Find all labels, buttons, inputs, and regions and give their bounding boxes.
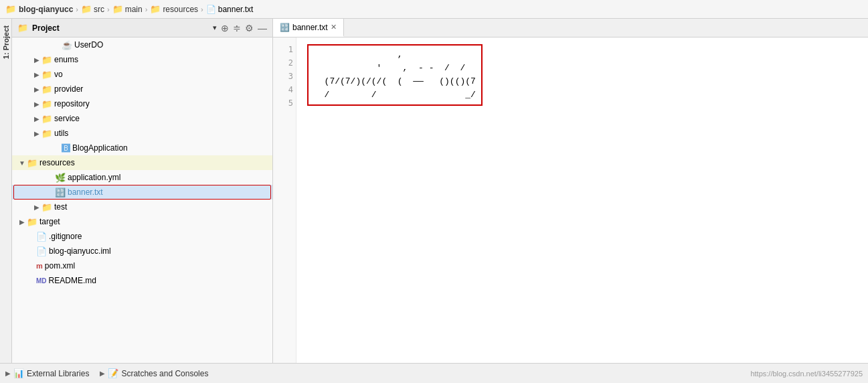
main-container: 1: Project 📁 Project ▾ ⊕ ≑ ⚙ — ☕ UserDO [0,19,868,363]
url-text: https://blog.csdn.net/li3455277925 [750,370,863,378]
label-blogiml: blog-qianyucc.iml [49,246,111,256]
md-icon: MD [36,277,47,285]
external-libraries-label: External Libraries [27,369,89,378]
line-num-3: 3 [276,70,293,83]
project-tab-label[interactable]: 1: Project [1,21,11,63]
bar-chart-icon: 📊 [13,368,24,378]
git-icon: 📄 [36,232,47,242]
breadcrumb-sep-2: › [107,5,110,13]
code-area[interactable]: , ' , - - / / (7/(7/)(/(/( ( —— ()(()(7 … [296,37,868,363]
editor-content: 1 2 3 4 5 , ' , - - / / (7/(7/)(/(/( ( —… [273,37,868,363]
code-line-1: , [314,48,476,62]
tab-close-button[interactable]: ✕ [331,23,337,31]
breadcrumb-project[interactable]: blog-qianyucc [19,5,73,14]
tree-item-appyml[interactable]: 🌿 application.yml [12,170,272,185]
code-line-5 [307,107,868,121]
external-libraries-arrow: ▶ [5,370,11,377]
arrow-repository: ▶ [32,100,41,108]
tree-item-blogapp[interactable]: 🅱 BlogApplication [12,141,272,155]
label-resources-tree: resources [39,158,75,167]
folder-icon-resources: 📁 [150,4,161,14]
folder-icon-test: 📁 [41,202,52,212]
folder-icon-utils: 📁 [41,129,52,139]
breadcrumb-resources-label: resources [163,5,198,14]
tree-item-blogiml[interactable]: 📄 blog-qianyucc.iml [12,244,272,258]
breadcrumb-main-label: main [125,5,143,14]
tree-item-vo[interactable]: ▶ 📁 vo [12,67,272,82]
line-num-5: 5 [276,96,293,110]
url-label: https://blog.csdn.net/li3455277925 [750,370,863,378]
tree-item-readme[interactable]: MD README.md [12,273,272,288]
label-utils: utils [54,129,68,138]
settings-icon[interactable]: ⚙ [245,23,254,33]
line-num-2: 2 [276,56,293,70]
tab-file-icon: 🔡 [280,23,290,32]
line-num-4: 4 [276,83,293,96]
label-test: test [54,202,67,212]
bottom-bar: ▶ 📊 External Libraries ▶ 📝 Scratches and… [0,363,868,383]
arrow-utils: ▶ [32,130,41,137]
close-panel-icon[interactable]: — [258,23,267,33]
folder-icon-enums: 📁 [41,55,52,65]
tree-item-bannertxt[interactable]: 🔡 banner.txt [12,185,272,200]
panel-folder-icon: 📁 [17,23,28,33]
tree-item-target[interactable]: ▶ 📁 target [12,214,272,229]
editor-tabs: 🔡 banner.txt ✕ [273,19,868,37]
tree-item-service[interactable]: ▶ 📁 service [12,111,272,126]
label-vo: vo [54,70,63,79]
code-line-2: ' , - - / / [314,62,476,75]
breadcrumb-main[interactable]: 📁 main [112,4,143,14]
tree-item-repository[interactable]: ▶ 📁 repository [12,96,272,111]
tree-item-gitignore[interactable]: 📄 .gitignore [12,229,272,244]
tree-item-resources[interactable]: ▼ 📁 resources [12,155,272,170]
title-bar: 📁 blog-qianyucc › 📁 src › 📁 main › 📁 res… [0,0,868,19]
folder-icon-vo: 📁 [41,70,52,80]
label-target: target [39,217,60,226]
editor-tab-banner[interactable]: 🔡 banner.txt ✕ [273,19,344,37]
breadcrumb-src[interactable]: 📁 src [81,4,104,14]
breadcrumb-resources[interactable]: 📁 resources [150,4,198,14]
label-readme: README.md [49,276,96,285]
tree-item-pomxml[interactable]: m pom.xml [12,258,272,273]
label-bannertxt: banner.txt [68,187,103,197]
arrow-service: ▶ [32,115,41,123]
tree-item-userdo[interactable]: ☕ UserDO [12,37,272,52]
tab-label: banner.txt [292,23,328,32]
line-num-1: 1 [276,43,293,56]
folder-icon-src: 📁 [81,4,92,14]
label-gitignore: .gitignore [49,232,82,241]
arrow-target: ▶ [17,218,27,226]
folder-icon-provider: 📁 [41,84,52,94]
breadcrumb-sep-3: › [145,5,148,13]
folder-icon-service: 📁 [41,114,52,124]
external-libraries-item[interactable]: ▶ 📊 External Libraries [5,368,89,378]
label-blogapp: BlogApplication [72,143,128,153]
editor-area: 🔡 banner.txt ✕ 1 2 3 4 5 , [273,19,868,363]
tree-item-enums[interactable]: ▶ 📁 enums [12,52,272,67]
label-repository: repository [54,99,90,108]
breadcrumb-sep-1: › [76,5,78,13]
scratches-item[interactable]: ▶ 📝 Scratches and Consoles [100,368,208,378]
arrow-enums: ▶ [32,56,41,64]
breadcrumb-file[interactable]: 📄 banner.txt [206,5,254,14]
folder-icon-resources-tree: 📁 [27,158,37,168]
breadcrumb-file-label: banner.txt [218,5,254,14]
panel-dropdown[interactable]: ▾ [213,23,217,32]
tree-item-provider[interactable]: ▶ 📁 provider [12,82,272,96]
locate-icon[interactable]: ⊕ [221,23,229,33]
breadcrumb-sep-4: › [201,5,203,13]
arrow-provider: ▶ [32,86,41,93]
java-icon-blogapp: 🅱 [62,143,70,153]
panel-actions: ⊕ ≑ ⚙ — [221,23,267,33]
project-panel: 📁 Project ▾ ⊕ ≑ ⚙ — ☕ UserDO ▶ 📁 [12,19,273,363]
folder-icon-main: 📁 [112,4,123,14]
arrow-test: ▶ [32,204,41,211]
collapse-icon[interactable]: ≑ [233,23,241,33]
tree-item-test[interactable]: ▶ 📁 test [12,200,272,214]
folder-icon-target: 📁 [27,217,37,227]
arrow-resources: ▼ [17,159,27,167]
tree-item-utils[interactable]: ▶ 📁 utils [12,126,272,141]
folder-icon-repository: 📁 [41,99,52,109]
breadcrumb-project-label: blog-qianyucc [19,5,73,14]
project-icon: 📁 [5,4,16,14]
